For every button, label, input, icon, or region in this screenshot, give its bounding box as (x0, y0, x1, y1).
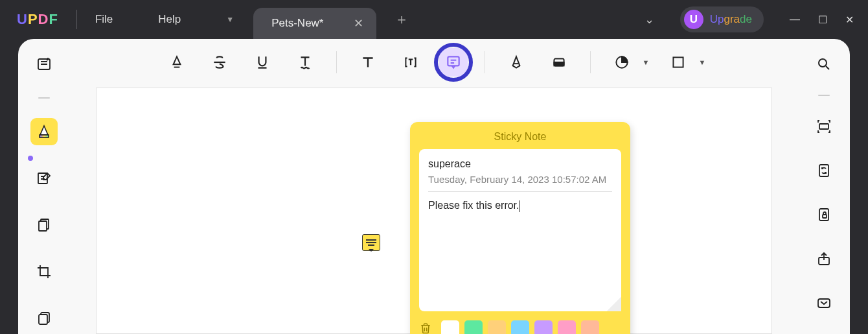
underline-tool[interactable] (248, 48, 277, 77)
email-button[interactable] (810, 289, 838, 316)
sticky-note-marker[interactable] (362, 234, 380, 251)
svg-rect-13 (818, 299, 830, 307)
note-content[interactable]: Please fix this error. (428, 200, 612, 212)
stamp-dropdown-icon[interactable]: ▼ (699, 58, 706, 66)
svg-rect-19 (554, 62, 564, 66)
squiggly-tool[interactable] (291, 48, 319, 77)
tab-title: Pets-New* (271, 17, 323, 30)
tabs-overflow-icon[interactable]: ⌄ (645, 12, 654, 27)
textbox-tool[interactable] (396, 48, 425, 77)
note-author: superace (428, 158, 612, 170)
text-tool[interactable] (354, 48, 382, 77)
window-maximize-icon[interactable]: ☐ (818, 14, 827, 26)
app-logo: UPDF (17, 11, 58, 28)
ocr-button[interactable]: OCR (810, 113, 838, 140)
pencil-tool[interactable] (502, 48, 531, 77)
sticky-note-title: Sticky Note (419, 131, 621, 143)
svg-rect-21 (673, 57, 683, 67)
highlight-tool[interactable] (163, 48, 191, 77)
color-swatch-orange[interactable] (488, 320, 506, 334)
comment-mode-button[interactable] (30, 118, 58, 145)
color-swatch-white[interactable] (441, 320, 459, 334)
document-tab[interactable]: Pets-New* ✕ (253, 8, 376, 39)
color-swatch-purple[interactable] (534, 320, 553, 334)
shapes-tool[interactable] (608, 48, 636, 77)
strikethrough-tool[interactable] (205, 48, 234, 77)
svg-rect-11 (823, 215, 827, 218)
sticky-note-tool[interactable] (439, 48, 468, 77)
crop-button[interactable] (30, 258, 58, 285)
window-close-icon[interactable]: ✕ (845, 14, 854, 26)
upgrade-button[interactable]: U Upgrade (680, 6, 764, 32)
svg-rect-9 (819, 165, 828, 176)
svg-rect-4 (39, 221, 47, 231)
color-swatch-green[interactable] (464, 320, 483, 334)
window-minimize-icon[interactable]: ― (790, 14, 800, 26)
color-swatch-blue[interactable] (511, 320, 529, 334)
tab-menu-dropdown[interactable]: ▼ (226, 15, 234, 24)
batch-button[interactable] (30, 305, 58, 332)
edit-mode-button[interactable] (30, 165, 58, 192)
menu-help[interactable]: Help (158, 13, 181, 26)
close-tab-icon[interactable]: ✕ (350, 15, 367, 32)
convert-button[interactable] (810, 157, 838, 184)
new-tab-button[interactable]: ＋ (394, 10, 409, 29)
svg-rect-6 (39, 315, 47, 324)
page-organize-button[interactable] (30, 211, 58, 239)
delete-note-icon[interactable] (419, 321, 432, 334)
eraser-tool[interactable] (545, 48, 573, 77)
svg-rect-1 (40, 135, 49, 137)
color-swatch-peach[interactable] (581, 320, 599, 334)
protect-button[interactable] (810, 201, 838, 228)
sticky-note-popup: Sticky Note superace Tuesday, February 1… (410, 122, 630, 334)
stamp-tool[interactable] (664, 48, 692, 77)
note-date: Tuesday, February 14, 2023 10:57:02 AM (428, 174, 612, 192)
sticky-note-body[interactable]: superace Tuesday, February 14, 2023 10:5… (419, 149, 621, 311)
share-button[interactable] (810, 245, 838, 272)
svg-rect-17 (448, 56, 459, 66)
shapes-dropdown-icon[interactable]: ▼ (643, 58, 650, 66)
user-avatar: U (684, 10, 703, 29)
menu-file[interactable]: File (95, 13, 113, 26)
color-swatch-pink[interactable] (558, 320, 576, 334)
svg-rect-8 (819, 124, 828, 129)
